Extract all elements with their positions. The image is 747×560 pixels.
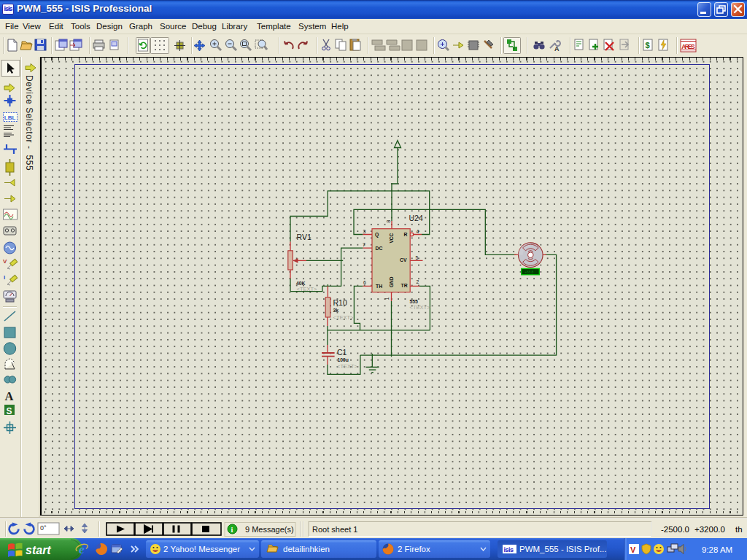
svg-text:+3200.0: +3200.0 (694, 525, 725, 534)
svg-text:9:28 AM: 9:28 AM (702, 545, 732, 554)
svg-text:I: I (4, 274, 5, 281)
svg-text:R10: R10 (333, 298, 347, 307)
svg-text:Q: Q (375, 232, 379, 238)
svg-text:<TEXT>: <TEXT> (410, 304, 431, 311)
svg-text:0°: 0° (40, 524, 47, 532)
svg-text:Root sheet 1: Root sheet 1 (312, 525, 357, 534)
svg-text:5: 5 (416, 255, 419, 260)
svg-text:555: 555 (410, 299, 419, 304)
svg-text:VCC: VCC (389, 233, 394, 243)
svg-text:U24: U24 (409, 214, 423, 222)
svg-text:detailinhkien: detailinhkien (283, 545, 330, 553)
svg-text:isis: isis (504, 546, 514, 553)
svg-text:S: S (7, 406, 12, 416)
svg-text:TR: TR (401, 283, 408, 288)
svg-text:8: 8 (386, 220, 391, 223)
svg-text:4: 4 (417, 229, 419, 234)
svg-text:+88.8: +88.8 (525, 271, 533, 274)
svg-text:LBL: LBL (4, 114, 16, 121)
svg-text:9 Message(s): 9 Message(s) (245, 525, 294, 534)
svg-text:3: 3 (363, 229, 366, 234)
svg-text:$: $ (646, 41, 650, 50)
svg-text:PWM_555 - ISIS Prof...: PWM_555 - ISIS Prof... (519, 545, 607, 553)
svg-text:RV1: RV1 (297, 233, 311, 241)
svg-text:2 Yahoo! Messenger: 2 Yahoo! Messenger (163, 545, 240, 553)
svg-text:i: i (231, 526, 233, 534)
svg-text:2: 2 (417, 279, 419, 284)
svg-text:start: start (26, 544, 51, 556)
svg-text:A: A (5, 389, 14, 403)
svg-text:40K: 40K (296, 281, 306, 286)
svg-text:-2500.0: -2500.0 (661, 525, 689, 534)
svg-text:100u: 100u (338, 357, 349, 362)
svg-text:<TEXT>: <TEXT> (337, 363, 358, 370)
svg-text:ARES: ARES (681, 43, 695, 50)
svg-text:V: V (630, 545, 636, 554)
svg-text:3k: 3k (333, 308, 339, 313)
svg-text:C1: C1 (337, 348, 347, 357)
svg-text:<TEXT>: <TEXT> (297, 286, 318, 292)
svg-text:1: 1 (384, 298, 390, 300)
svg-text:R: R (404, 232, 408, 237)
svg-text:V: V (3, 258, 7, 265)
svg-text:CV: CV (400, 257, 407, 262)
svg-text:<TEXT>: <TEXT> (333, 314, 355, 321)
svg-text:GND: GND (389, 276, 394, 287)
svg-text:A: A (554, 45, 560, 52)
svg-text:6: 6 (363, 280, 366, 285)
svg-text:th: th (735, 525, 743, 534)
svg-text:2 Firefox: 2 Firefox (398, 545, 430, 553)
svg-text:TH: TH (376, 284, 382, 289)
svg-text:DC: DC (376, 246, 383, 251)
svg-text:7: 7 (363, 242, 365, 247)
